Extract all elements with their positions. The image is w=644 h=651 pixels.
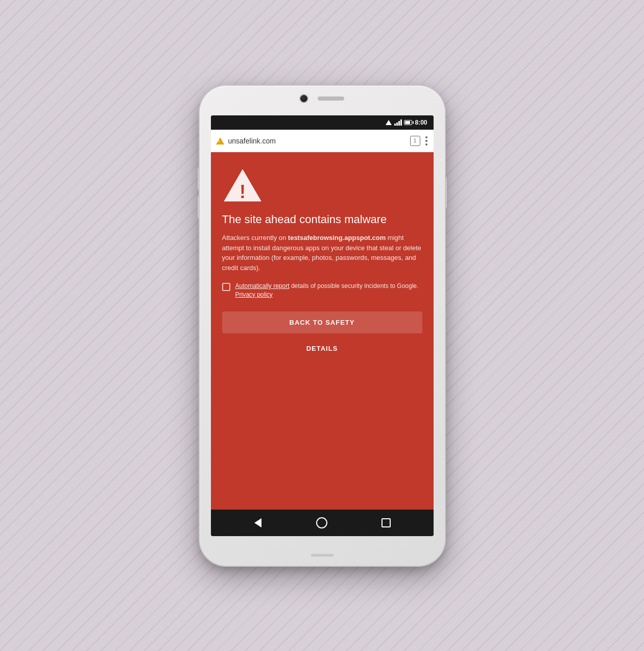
camera xyxy=(300,95,307,102)
warning-description: Attackers currently on testsafebrowsing.… xyxy=(222,233,422,273)
battery-fill xyxy=(405,121,410,124)
back-arrow-icon xyxy=(254,518,261,527)
nav-back-button[interactable] xyxy=(251,516,265,530)
speaker xyxy=(318,97,344,101)
volume-up-button xyxy=(198,167,200,190)
url-warning-icon xyxy=(216,137,224,144)
report-checkbox-row[interactable]: Automatically report details of possible… xyxy=(222,282,422,299)
signal-icon xyxy=(385,119,392,126)
details-button[interactable]: DETAILS xyxy=(222,337,422,359)
privacy-policy-link[interactable]: Privacy policy xyxy=(235,291,273,298)
battery-icon xyxy=(404,120,412,125)
automatically-report-link[interactable]: Automatically report xyxy=(235,282,290,290)
phone-top-bar xyxy=(200,95,445,102)
recent-square-icon xyxy=(381,518,391,527)
report-label-rest: details of possible security incidents t… xyxy=(290,282,419,290)
url-display[interactable]: unsafelink.com xyxy=(228,137,406,145)
volume-down-button xyxy=(198,196,200,219)
power-button xyxy=(445,178,447,208)
nav-home-button[interactable] xyxy=(315,516,329,530)
phone-shell: 8:00 unsafelink.com 1 xyxy=(200,86,445,566)
report-label: Automatically report details of possible… xyxy=(235,282,422,299)
phone-bottom-area xyxy=(200,554,445,557)
description-domain: testsafebrowsing.appspot.com xyxy=(288,234,386,242)
home-circle-icon xyxy=(316,517,327,528)
status-bar: 8:00 xyxy=(211,115,434,130)
bottom-nav-bar xyxy=(211,510,434,536)
nav-recent-button[interactable] xyxy=(379,516,393,530)
description-prefix: Attackers currently on xyxy=(222,234,288,242)
tab-count-button[interactable]: 1 xyxy=(410,136,420,146)
back-to-safety-button[interactable]: BACK TO SAFETY xyxy=(222,311,422,333)
status-icons xyxy=(385,119,412,126)
address-bar[interactable]: unsafelink.com 1 xyxy=(211,130,434,152)
svg-text:!: ! xyxy=(240,181,246,202)
warning-content: ! The site ahead contains malware Attack… xyxy=(211,152,434,510)
home-indicator xyxy=(311,554,333,557)
phone-screen: 8:00 unsafelink.com 1 xyxy=(211,115,434,536)
overflow-menu-button[interactable] xyxy=(424,135,428,147)
status-time: 8:00 xyxy=(415,119,427,126)
phone-mockup: 8:00 unsafelink.com 1 xyxy=(200,86,445,566)
report-checkbox[interactable] xyxy=(222,283,230,291)
svg-marker-0 xyxy=(386,120,392,125)
malware-warning-icon: ! xyxy=(222,167,263,203)
lte-signal-icon xyxy=(394,119,402,126)
warning-headline: The site ahead contains malware xyxy=(222,212,422,227)
